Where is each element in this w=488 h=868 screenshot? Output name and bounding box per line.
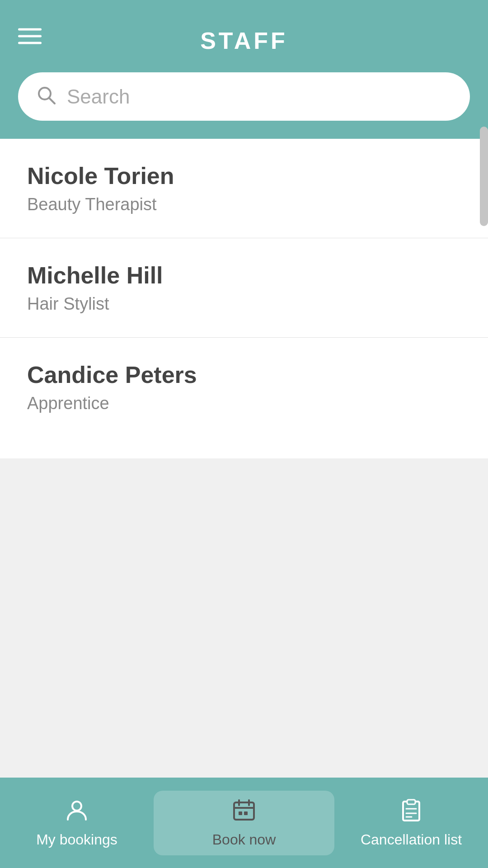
svg-rect-7 <box>239 811 242 815</box>
staff-role: Hair Stylist <box>27 294 461 314</box>
staff-item-candice[interactable]: Candice Peters Apprentice <box>0 338 488 437</box>
search-icon <box>36 85 56 108</box>
staff-name: Candice Peters <box>27 361 461 388</box>
nav-cancellation-list-label: Cancellation list <box>361 831 462 848</box>
bottom-navigation: My bookings Book now Cancellati <box>0 778 488 868</box>
staff-list: Nicole Torien Beauty Therapist Michelle … <box>0 139 488 458</box>
svg-rect-8 <box>244 811 248 815</box>
svg-line-1 <box>49 98 55 104</box>
scrollbar-thumb[interactable] <box>480 127 488 226</box>
svg-point-2 <box>72 802 81 811</box>
menu-button[interactable] <box>18 28 42 44</box>
nav-my-bookings-label: My bookings <box>36 831 117 848</box>
staff-role: Beauty Therapist <box>27 195 461 214</box>
person-icon <box>65 798 89 826</box>
empty-content-area <box>0 458 488 778</box>
search-bar <box>18 72 470 121</box>
staff-role: Apprentice <box>27 394 461 413</box>
search-input[interactable] <box>67 85 452 108</box>
clipboard-icon <box>399 798 423 826</box>
search-container <box>0 72 488 139</box>
page-title: STAFF <box>200 27 288 54</box>
staff-item-nicole[interactable]: Nicole Torien Beauty Therapist <box>0 139 488 238</box>
nav-my-bookings[interactable]: My bookings <box>0 798 154 848</box>
nav-book-now-label: Book now <box>212 831 276 848</box>
svg-rect-3 <box>234 802 254 820</box>
header: STAFF <box>0 0 488 72</box>
svg-rect-10 <box>407 800 415 804</box>
nav-cancellation-list[interactable]: Cancellation list <box>334 798 488 848</box>
nav-book-now[interactable]: Book now <box>154 791 334 855</box>
main-content: STAFF Nicole Torien Beauty Therapist Mic… <box>0 0 488 778</box>
staff-name: Nicole Torien <box>27 162 461 189</box>
staff-item-michelle[interactable]: Michelle Hill Hair Stylist <box>0 238 488 338</box>
staff-name: Michelle Hill <box>27 262 461 289</box>
calendar-icon <box>232 798 256 826</box>
